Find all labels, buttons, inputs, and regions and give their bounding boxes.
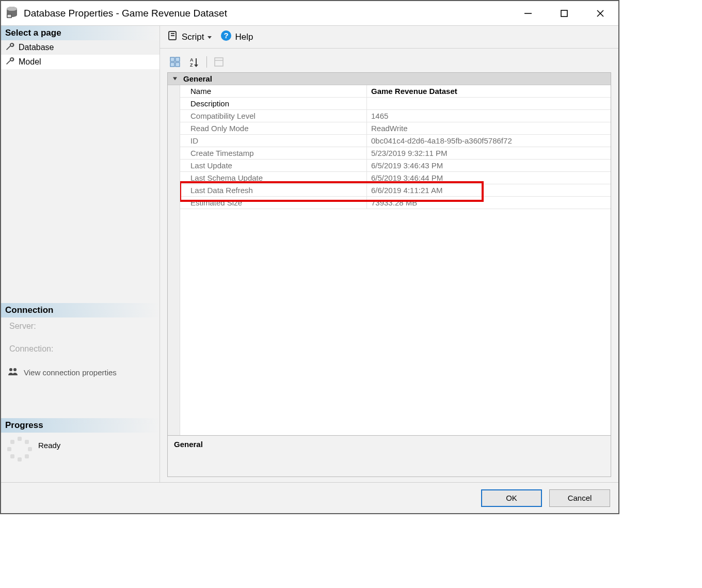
- page-item-label: Model: [19, 57, 41, 67]
- progress-block: Ready: [1, 433, 159, 482]
- alphabetical-button[interactable]: A Z: [187, 55, 202, 69]
- description-pane: General: [167, 436, 611, 477]
- database-icon: [5, 6, 19, 21]
- dialog-footer: OK Cancel: [1, 482, 618, 513]
- property-grid-toolbar: A Z: [167, 55, 611, 72]
- category-header-general[interactable]: General: [168, 73, 611, 85]
- property-row: ID0bc041c4-d2d6-4a18-95fb-a360f5786f72: [180, 135, 611, 147]
- property-row: Last Update6/5/2019 3:46:43 PM: [180, 160, 611, 172]
- property-value: 73933.28 MB: [367, 197, 611, 209]
- minimize-button[interactable]: [510, 1, 546, 25]
- view-connection-properties-link[interactable]: View connection properties: [1, 363, 159, 382]
- category-label: General: [183, 74, 212, 83]
- chevron-down-icon: [172, 74, 178, 83]
- property-value: 6/5/2019 3:46:43 PM: [367, 160, 611, 171]
- svg-rect-19: [176, 62, 180, 67]
- categorized-button[interactable]: [167, 55, 183, 69]
- content-wrap: A Z: [160, 49, 618, 482]
- svg-rect-17: [176, 57, 180, 61]
- property-label: Create Timestamp: [180, 147, 367, 159]
- main-toolbar: Script ? Help: [160, 26, 618, 49]
- property-label: Last Schema Update: [180, 172, 367, 184]
- progress-spinner-icon: [7, 437, 32, 462]
- property-label: ID: [180, 135, 367, 147]
- progress-status: Ready: [38, 437, 60, 450]
- wrench-icon: [5, 56, 14, 68]
- svg-point-9: [13, 368, 17, 371]
- page-item-database[interactable]: Database: [1, 40, 159, 55]
- ok-button[interactable]: OK: [481, 489, 542, 507]
- page-item-model[interactable]: Model: [1, 55, 159, 69]
- svg-text:Z: Z: [190, 62, 193, 68]
- property-row: Create Timestamp5/23/2019 9:32:11 PM: [180, 147, 611, 160]
- cancel-label: Cancel: [568, 494, 592, 502]
- close-button[interactable]: [582, 1, 618, 25]
- svg-rect-5: [561, 10, 567, 17]
- script-button[interactable]: Script: [165, 30, 214, 44]
- grid-gutter: [168, 85, 180, 435]
- maximize-button[interactable]: [546, 1, 582, 25]
- property-label: Compatibility Level: [180, 110, 367, 122]
- view-connection-properties-label: View connection properties: [24, 368, 117, 377]
- svg-rect-18: [170, 62, 174, 67]
- svg-marker-26: [173, 77, 177, 80]
- property-label: Last Update: [180, 160, 367, 171]
- property-row[interactable]: Description: [180, 98, 611, 110]
- titlebar: Database Properties - Game Revenue Datas…: [1, 1, 618, 26]
- property-label: Last Data Refresh: [180, 184, 367, 196]
- svg-rect-16: [170, 57, 174, 61]
- window-controls: [510, 1, 618, 25]
- property-label: Estimated Size: [180, 197, 367, 209]
- property-value[interactable]: Game Revenue Dataset: [367, 85, 611, 97]
- property-row: Last Data Refresh6/6/2019 4:11:21 AM: [180, 184, 611, 197]
- cancel-button[interactable]: Cancel: [549, 489, 610, 507]
- property-value: ReadWrite: [367, 122, 611, 134]
- property-pages-button[interactable]: [211, 55, 227, 69]
- connection-conn-label: Connection:: [1, 340, 159, 363]
- help-label: Help: [235, 32, 253, 42]
- svg-text:A: A: [190, 57, 194, 62]
- users-icon: [7, 366, 19, 379]
- property-value: 0bc041c4-d2d6-4a18-95fb-a360f5786f72: [367, 135, 611, 147]
- property-row: Read Only ModeReadWrite: [180, 122, 611, 135]
- dialog-window: Database Properties - Game Revenue Datas…: [0, 0, 619, 514]
- script-label: Script: [182, 32, 204, 42]
- select-page-header: Select a page: [1, 26, 159, 40]
- property-grid: General NameGame Revenue DatasetDescript…: [167, 72, 611, 436]
- svg-point-8: [9, 368, 12, 371]
- property-rows: NameGame Revenue DatasetDescriptionCompa…: [180, 85, 611, 435]
- property-label: Read Only Mode: [180, 122, 367, 134]
- connection-header: Connection: [1, 303, 159, 317]
- ok-label: OK: [506, 494, 517, 502]
- window-title: Database Properties - Game Revenue Datas…: [24, 8, 510, 19]
- property-row: Last Schema Update6/5/2019 3:46:44 PM: [180, 172, 611, 184]
- property-value: 5/23/2019 9:32:11 PM: [367, 147, 611, 159]
- dialog-body: Select a page Database Model Connection: [1, 26, 618, 482]
- progress-header: Progress: [1, 418, 159, 433]
- property-value: 6/6/2019 4:11:21 AM: [367, 184, 611, 196]
- property-value[interactable]: [367, 98, 611, 109]
- description-header: General: [174, 440, 203, 449]
- help-icon: ?: [220, 30, 232, 44]
- property-label: Description: [180, 98, 367, 109]
- connection-server-label: Server:: [1, 317, 159, 340]
- script-icon: [167, 30, 179, 44]
- svg-marker-13: [208, 36, 212, 39]
- page-item-label: Database: [19, 43, 54, 52]
- svg-marker-23: [194, 65, 198, 67]
- svg-rect-24: [215, 58, 223, 66]
- property-label: Name: [180, 85, 367, 97]
- property-row: Estimated Size73933.28 MB: [180, 197, 611, 209]
- svg-rect-3: [8, 15, 11, 18]
- property-row: Compatibility Level1465: [180, 110, 611, 122]
- svg-text:?: ?: [224, 31, 229, 40]
- help-button[interactable]: ? Help: [218, 30, 255, 44]
- page-list: Database Model: [1, 40, 159, 69]
- property-row[interactable]: NameGame Revenue Dataset: [180, 85, 611, 98]
- wrench-icon: [5, 42, 14, 53]
- main-panel: Script ? Help: [160, 26, 618, 482]
- dropdown-icon: [207, 32, 212, 42]
- svg-point-1: [7, 7, 17, 11]
- property-value: 1465: [367, 110, 611, 122]
- sidebar: Select a page Database Model Connection: [1, 26, 160, 482]
